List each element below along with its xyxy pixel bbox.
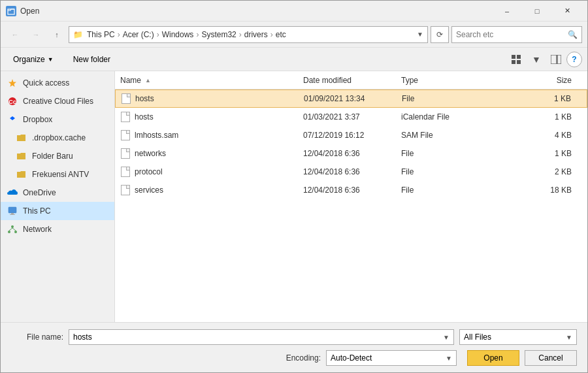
view-dropdown-button[interactable]: ▼ (527, 50, 546, 69)
file-date: 12/04/2018 6:36 (303, 149, 401, 158)
breadcrumb-dropdown-button[interactable]: ▼ (417, 31, 423, 38)
file-icon (120, 167, 131, 177)
sidebar-label-creative-cloud: Creative Cloud Files (23, 97, 93, 106)
back-button[interactable]: ← (6, 25, 24, 44)
breadcrumb[interactable]: 📁 This PC › Acer (C:) › Windows › System… (69, 26, 428, 43)
dialog-title: Open (20, 7, 492, 16)
column-date[interactable]: Date modified (303, 76, 401, 85)
sidebar-label-dropbox: Dropbox (23, 115, 52, 124)
organize-dropdown-arrow: ▼ (48, 56, 54, 63)
file-type: iCalendar File (401, 112, 480, 122)
file-type: SAM File (401, 131, 480, 140)
file-size: 4 KB (480, 131, 582, 140)
file-list: Name ▲ Date modified Type Size hosts (115, 71, 587, 322)
file-date: 01/09/2021 13:34 (304, 94, 402, 103)
sidebar-item-quick-access[interactable]: Quick access (1, 74, 114, 92)
close-button[interactable]: ✕ (552, 1, 582, 22)
filename-field[interactable] (73, 332, 440, 342)
file-row[interactable]: networks 12/04/2018 6:36 File 1 KB (115, 144, 587, 163)
filetype-select[interactable]: All Files ▼ (459, 329, 577, 345)
file-icon (120, 148, 131, 159)
file-icon (121, 93, 131, 104)
filename-input[interactable]: ▼ (69, 329, 454, 345)
sidebar-label-folder-baru: Folder Baru (32, 152, 73, 161)
sidebar-item-thispc[interactable]: This PC (1, 202, 114, 220)
folder-icon-baru (16, 151, 27, 161)
search-icon: 🔍 (568, 30, 578, 39)
encoding-label: Encoding: (286, 353, 321, 363)
view-toggle-button[interactable] (508, 50, 526, 69)
refresh-button[interactable]: ⟳ (431, 26, 449, 43)
file-row[interactable]: services 12/04/2018 6:36 File 18 KB (115, 181, 587, 199)
folder-icon-frekuensi (16, 169, 27, 180)
organize-button[interactable]: Organize ▼ (6, 50, 61, 69)
svg-point-16 (8, 231, 10, 233)
search-box[interactable]: 🔍 (451, 26, 582, 43)
svg-text:Cc: Cc (8, 99, 16, 105)
open-button[interactable]: Open (467, 350, 519, 366)
cloud-icon (7, 187, 18, 198)
file-list-header: Name ▲ Date modified Type Size (115, 71, 587, 89)
filename-dropdown-arrow: ▼ (443, 334, 449, 341)
file-type: File (402, 94, 480, 103)
breadcrumb-etc: etc (276, 30, 286, 39)
sidebar-item-dropbox[interactable]: Dropbox (1, 110, 114, 129)
file-icon (120, 185, 131, 195)
filename-row: File name: ▼ All Files ▼ (11, 329, 577, 345)
sidebar-label-quick-access: Quick access (23, 78, 69, 88)
file-name: hosts (135, 112, 303, 122)
cancel-button[interactable]: Cancel (525, 350, 577, 366)
sidebar-item-onedrive[interactable]: OneDrive (1, 184, 114, 202)
preview-pane-button[interactable] (547, 50, 565, 69)
file-size: 2 KB (480, 167, 582, 176)
up-button[interactable]: ↑ (48, 25, 66, 44)
star-icon (7, 78, 18, 88)
file-row[interactable]: hosts 01/03/2021 3:37 iCalendar File 1 K… (115, 108, 587, 126)
breadcrumb-drivers[interactable]: drivers (244, 30, 268, 39)
sort-indicator: ▲ (145, 77, 151, 84)
breadcrumb-acer[interactable]: Acer (C:) (123, 30, 154, 39)
file-name: services (135, 186, 303, 195)
svg-rect-3 (512, 60, 515, 64)
file-row[interactable]: protocol 12/04/2018 6:36 File 2 KB (115, 163, 587, 181)
file-row[interactable]: hosts 01/09/2021 13:34 File 1 KB (115, 89, 587, 108)
file-size: 1 KB (480, 112, 582, 122)
filetype-dropdown-arrow: ▼ (566, 334, 572, 341)
computer-icon (7, 206, 18, 216)
cc-icon: Cc (7, 96, 18, 106)
breadcrumb-system32[interactable]: System32 (201, 30, 236, 39)
column-size[interactable]: Size (480, 76, 582, 85)
title-bar: Open – □ ✕ (1, 1, 587, 22)
encoding-value: Auto-Detect (331, 353, 372, 363)
toolbar: Organize ▼ New folder ▼ ? (1, 48, 587, 71)
action-buttons: Open Cancel (467, 350, 577, 366)
svg-point-15 (11, 225, 14, 228)
sidebar-item-network[interactable]: Network (1, 220, 114, 238)
toolbar-right: ▼ ? (508, 50, 582, 69)
file-size: 18 KB (480, 186, 582, 195)
help-button[interactable]: ? (566, 52, 582, 67)
breadcrumb-windows[interactable]: Windows (162, 30, 194, 39)
svg-rect-11 (8, 207, 16, 213)
address-bar: ← → ↑ 📁 This PC › Acer (C:) › Windows › … (1, 22, 587, 48)
breadcrumb-thispc[interactable]: This PC (87, 30, 115, 39)
minimize-button[interactable]: – (492, 1, 522, 22)
sidebar-item-creative-cloud[interactable]: Cc Creative Cloud Files (1, 92, 114, 110)
new-folder-button[interactable]: New folder (66, 50, 118, 69)
svg-point-17 (14, 231, 17, 233)
sidebar-item-dropbox-cache[interactable]: .dropbox.cache (1, 129, 114, 147)
sidebar-label-network: Network (23, 225, 52, 234)
column-name[interactable]: Name ▲ (120, 76, 303, 85)
file-type: File (401, 167, 480, 176)
svg-rect-1 (512, 55, 515, 59)
sidebar-item-folder-baru[interactable]: Folder Baru (1, 147, 114, 165)
column-type[interactable]: Type (401, 76, 480, 85)
sidebar-item-frekuensi[interactable]: Frekuensi ANTV (1, 165, 114, 184)
dialog-icon (6, 6, 16, 16)
svg-line-18 (9, 228, 12, 231)
search-input[interactable] (456, 30, 565, 39)
file-row[interactable]: lmhosts.sam 07/12/2019 16:12 SAM File 4 … (115, 126, 587, 144)
forward-button[interactable]: → (27, 25, 45, 44)
maximize-button[interactable]: □ (522, 1, 552, 22)
encoding-select[interactable]: Auto-Detect ▼ (326, 350, 457, 366)
